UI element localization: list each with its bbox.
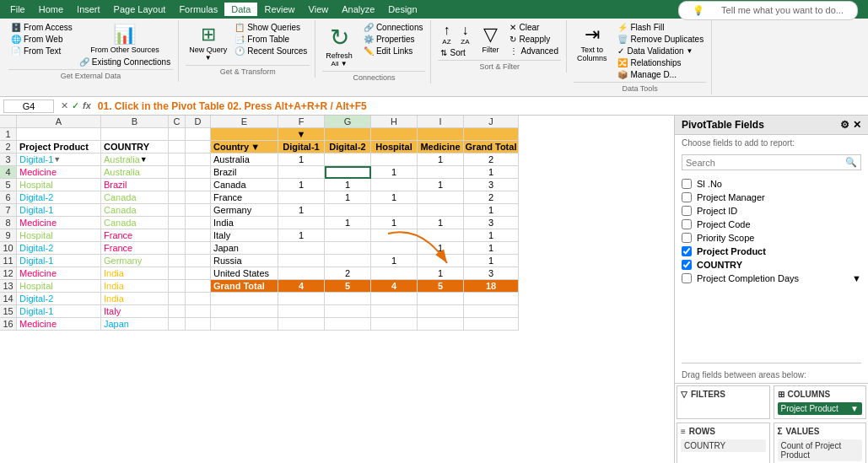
sort-za-btn[interactable]: ↓ ZA: [456, 22, 473, 46]
from-access-btn[interactable]: 🗄️ From Access: [8, 22, 75, 33]
table-row: 6 Digital-2 Canada France 1 1 2: [0, 191, 674, 204]
col-header-C[interactable]: C: [169, 116, 186, 128]
menu-analyze[interactable]: Analyze: [335, 3, 381, 16]
menu-design[interactable]: Design: [381, 3, 423, 16]
clear-btn[interactable]: ✕ Clear: [507, 22, 560, 33]
filter-btn[interactable]: ▽ Filter: [475, 22, 505, 56]
col-header-A[interactable]: A: [17, 116, 101, 128]
pivot-field-pid-checkbox[interactable]: [682, 206, 692, 216]
columns-item-dropdown[interactable]: ▼: [850, 404, 859, 413]
pivot-search-box[interactable]: 🔍: [682, 154, 861, 170]
table-row: 3 Digital-1 ▼ Australia ▼ Australia 1 1 …: [0, 153, 674, 166]
menu-data[interactable]: Data: [224, 3, 257, 16]
table-row: 15 Digital-1 Italy: [0, 305, 674, 318]
from-web-btn[interactable]: 🌐 From Web: [8, 34, 75, 45]
reapply-btn[interactable]: ↻ Reapply: [507, 34, 560, 45]
values-label: VALUES: [786, 427, 820, 436]
pivot-close-icon[interactable]: ✕: [853, 119, 861, 131]
menu-formulas[interactable]: Formulas: [172, 3, 224, 16]
col-header-I[interactable]: I: [418, 116, 464, 128]
table-row: 8 Medicine Canada India 1 1 1 3: [0, 217, 674, 229]
pivot-settings-icon[interactable]: ⚙: [840, 119, 849, 131]
relationships-btn[interactable]: 🔀 Relationships: [615, 57, 706, 68]
sort-az-icon: ↑: [443, 23, 450, 38]
pivot-search-input[interactable]: [686, 158, 845, 168]
scroll-down-icon[interactable]: ▼: [852, 273, 861, 283]
values-item[interactable]: Count of Project Product: [778, 439, 863, 461]
pivot-field-country-checkbox[interactable]: [682, 260, 692, 270]
columns-item[interactable]: Project Product ▼: [778, 402, 863, 415]
rows-item[interactable]: COUNTRY: [681, 439, 766, 452]
clear-icon: ✕: [509, 23, 516, 32]
from-other-sources-btn[interactable]: 📊 From Other Sources: [77, 22, 173, 56]
refresh-icon: ↻: [330, 24, 349, 51]
remove-dupes-btn[interactable]: 🗑️ Remove Duplicates: [615, 34, 706, 45]
edit-links-btn[interactable]: ✏️ Edit Links: [361, 46, 426, 57]
confirm-formula-icon[interactable]: ✓: [72, 100, 79, 111]
filter-dropdown-g1[interactable]: ▼: [297, 129, 306, 139]
pivot-header: PivotTable Fields ⚙ ✕: [675, 116, 868, 135]
sort-az-btn[interactable]: ↑ AZ: [438, 22, 455, 46]
table-row: 10 Digital-2 France Japan 1 1: [0, 242, 674, 255]
flash-fill-btn[interactable]: ⚡ Flash Fill: [615, 22, 706, 33]
col-header-H[interactable]: H: [371, 116, 418, 128]
cell-reference-box[interactable]: [3, 100, 54, 113]
col-header-D[interactable]: D: [186, 116, 211, 128]
advanced-btn[interactable]: ⋮ Advanced: [507, 46, 560, 57]
dropdown-icon[interactable]: ▼: [53, 155, 61, 164]
pivot-field-slno-checkbox[interactable]: [682, 179, 692, 189]
main-content: A B C D E F G H I J 1 ▼: [0, 116, 868, 463]
manage-da-icon: 📦: [617, 70, 628, 79]
col-header-G[interactable]: G: [325, 116, 371, 128]
pivot-values-area[interactable]: Σ VALUES Count of Project Product: [774, 423, 867, 463]
connections-btn[interactable]: 🔗 Connections: [361, 22, 426, 33]
text-to-columns-btn[interactable]: ⇥ Text toColumns: [574, 22, 611, 64]
data-validation-btn[interactable]: ✓ Data Validation ▼: [615, 46, 706, 57]
pivot-field-cd-checkbox[interactable]: [682, 273, 692, 283]
recent-sources-btn[interactable]: 🕐 Recent Sources: [232, 46, 310, 57]
text-to-cols-icon: ⇥: [585, 24, 600, 46]
tell-me-box[interactable]: 💡 Tell me what you want to do...: [678, 1, 858, 20]
manage-da-btn[interactable]: 📦 Manage D...: [615, 69, 706, 80]
pivot-field-pp-checkbox[interactable]: [682, 246, 692, 256]
table-row: 5 Hospital Brazil Canada 1 1 1 3: [0, 179, 674, 191]
col-header-F[interactable]: F: [278, 116, 325, 128]
edit-links-icon: ✏️: [364, 46, 374, 56]
pivot-field-pm-checkbox[interactable]: [682, 192, 692, 202]
get-external-data-group: 🗄️ From Access 🌐 From Web 📄 From Text 📊: [3, 20, 179, 82]
insert-function-icon[interactable]: fx: [83, 100, 91, 111]
pivot-rows-area[interactable]: ≡ ROWS COUNTRY: [677, 423, 770, 463]
pivot-field-pcode-checkbox[interactable]: [682, 219, 692, 229]
show-queries-icon: 📋: [235, 23, 245, 32]
rows-icon: ≡: [681, 427, 686, 436]
show-queries-btn[interactable]: 📋 Show Queries: [232, 22, 310, 33]
formula-input[interactable]: 01. Click in the Pivot Table 02. Press A…: [94, 100, 865, 113]
existing-connections-btn[interactable]: 🔗 Existing Connections: [77, 57, 173, 67]
new-query-icon: ⊞: [201, 24, 216, 46]
properties-btn[interactable]: ⚙️ Properties: [361, 34, 426, 45]
col-header-J[interactable]: J: [464, 116, 519, 128]
new-query-btn[interactable]: ⊞ New Query ▼: [186, 22, 230, 63]
from-text-btn[interactable]: 📄 From Text: [8, 46, 75, 57]
col-header-B[interactable]: B: [101, 116, 169, 128]
refresh-all-btn[interactable]: ↻ Refresh All ▼: [322, 22, 356, 69]
sort-btn[interactable]: ⇅ Sort: [438, 47, 473, 58]
pivot-columns-area[interactable]: ⊞ COLUMNS Project Product ▼: [774, 385, 867, 419]
menu-insert[interactable]: Insert: [70, 3, 107, 16]
pivot-filters-area[interactable]: ▽ FILTERS: [677, 385, 770, 419]
menu-review[interactable]: Review: [257, 3, 301, 16]
menu-bar: File Home Insert Page Layout Formulas Da…: [0, 0, 868, 19]
from-table-btn[interactable]: 📑 From Table: [232, 34, 310, 45]
menu-view[interactable]: View: [302, 3, 336, 16]
menu-page-layout[interactable]: Page Layout: [107, 3, 173, 16]
cancel-formula-icon[interactable]: ✕: [61, 100, 68, 111]
pivot-field-country-label: COUNTRY: [697, 260, 742, 270]
menu-home[interactable]: Home: [32, 3, 70, 16]
pivot-subtitle: Choose fields to add to report:: [675, 135, 868, 151]
col-header-E[interactable]: E: [211, 116, 278, 128]
menu-file[interactable]: File: [3, 3, 32, 16]
country-filter-icon[interactable]: ▼: [251, 142, 260, 152]
pivot-field-cd-label: Project Completion Days: [697, 273, 799, 283]
pivot-field-pscope-checkbox[interactable]: [682, 233, 692, 243]
pivot-areas: ▽ FILTERS ⊞ COLUMNS Project Product ▼ ≡ …: [675, 383, 868, 463]
